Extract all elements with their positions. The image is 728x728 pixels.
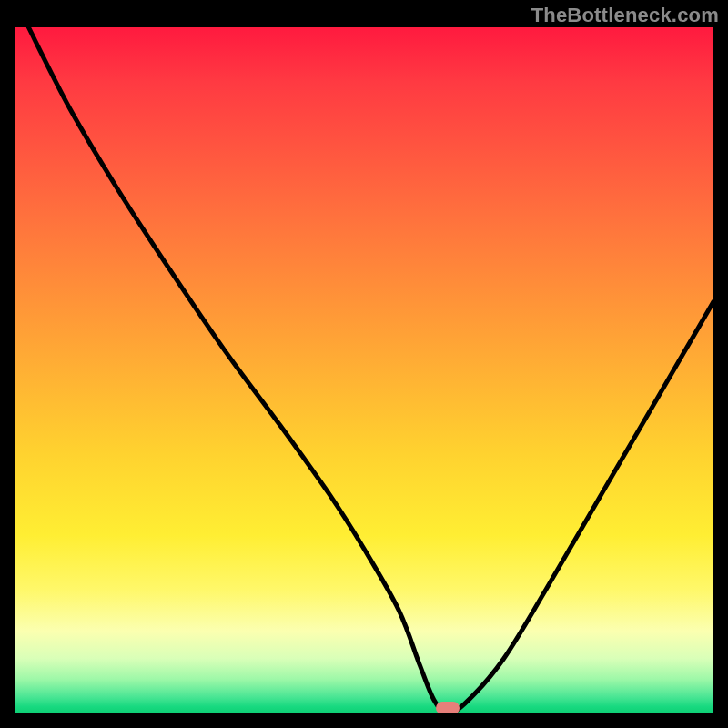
optimal-point-marker: [436, 702, 460, 713]
bottleneck-curve: [15, 27, 713, 713]
watermark-text: TheBottleneck.com: [531, 4, 719, 27]
chart-stage: TheBottleneck.com: [0, 0, 728, 728]
curve-path: [28, 27, 713, 713]
plot-area: [15, 27, 713, 713]
